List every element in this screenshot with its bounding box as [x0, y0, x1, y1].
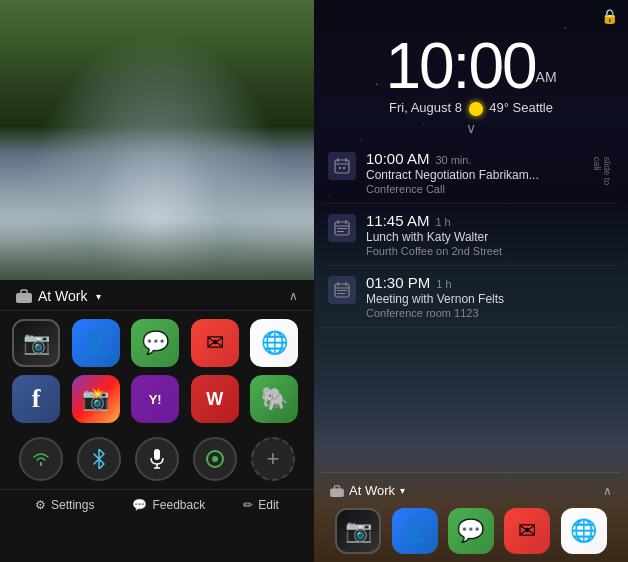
yahoo-app-icon[interactable]: Y!: [131, 375, 179, 423]
edit-icon: ✏: [243, 498, 253, 512]
chrome-app-icon[interactable]: 🌐: [250, 319, 298, 367]
temperature-text: 49°: [489, 100, 509, 115]
facebook-app-icon[interactable]: f: [12, 375, 60, 423]
event-item-3[interactable]: 01:30 PM 1 h Meeting with Vernon Felts C…: [322, 266, 620, 328]
evernote-app-icon[interactable]: 🐘: [250, 375, 298, 423]
wifi-toggle-button[interactable]: [19, 437, 63, 481]
event-time-row-2: 11:45 AM 1 h: [366, 212, 614, 229]
bluetooth-toggle-button[interactable]: [77, 437, 121, 481]
camera-app-icon[interactable]: 📷: [12, 319, 60, 367]
event-title-1: Contract Negotiation Fabrikam...: [366, 168, 614, 182]
svg-rect-10: [343, 167, 345, 169]
settings-button[interactable]: ⚙ Settings: [35, 498, 94, 512]
app-drawer: At Work ▾ ∧ 📷 👤 💬 ✉ 🌐 f 📸 Y! W 🐘: [0, 280, 314, 562]
svg-rect-1: [21, 290, 27, 294]
chevron-up-icon[interactable]: ∧: [289, 289, 298, 303]
svg-point-6: [212, 456, 218, 462]
lock-at-work-text: At Work: [349, 483, 395, 498]
event-item-1[interactable]: 10:00 AM 30 min. Contract Negotiation Fa…: [322, 142, 620, 204]
hangouts-app-icon[interactable]: 💬: [131, 319, 179, 367]
lock-chrome-icon[interactable]: 🌐: [561, 508, 607, 554]
lock-camera-icon[interactable]: 📷: [335, 508, 381, 554]
event-time-row-1: 10:00 AM 30 min.: [366, 150, 614, 167]
chevron-down-icon[interactable]: ∨: [314, 120, 628, 136]
event-calendar-icon-1: [328, 152, 356, 180]
feedback-label: Feedback: [152, 498, 205, 512]
svg-rect-22: [337, 293, 345, 294]
briefcase-icon: [16, 289, 32, 303]
at-work-label: At Work: [38, 288, 88, 304]
sun-icon: [469, 102, 483, 116]
gmail-app-icon[interactable]: ✉: [191, 319, 239, 367]
event-location-1: Conference Call: [366, 183, 614, 195]
event-duration-3: 1 h: [436, 278, 451, 290]
event-item-2[interactable]: 11:45 AM 1 h Lunch with Katy Walter Four…: [322, 204, 620, 266]
event-location-2: Fourth Coffee on 2nd Street: [366, 245, 614, 257]
am-label: AM: [536, 69, 557, 85]
lock-dropdown-arrow: ▾: [400, 485, 405, 496]
wallpaper-left: [0, 0, 314, 280]
microphone-button[interactable]: [135, 437, 179, 481]
quick-actions-bar: +: [0, 431, 314, 489]
lock-header: 🔒: [314, 0, 628, 24]
feedback-icon: 💬: [132, 498, 147, 512]
edit-label: Edit: [258, 498, 279, 512]
add-button[interactable]: +: [251, 437, 295, 481]
office-app-icon[interactable]: W: [191, 375, 239, 423]
event-time-3: 01:30 PM: [366, 274, 430, 291]
app-grid: 📷 👤 💬 ✉ 🌐 f 📸 Y! W 🐘: [0, 311, 314, 431]
event-duration-1: 30 min.: [435, 154, 471, 166]
svg-rect-21: [337, 290, 347, 291]
svg-rect-15: [337, 228, 347, 229]
svg-rect-7: [335, 160, 349, 173]
at-work-header: At Work ▾ ∧: [0, 280, 314, 311]
edit-button[interactable]: ✏ Edit: [243, 498, 279, 512]
city-text: Seattle: [513, 100, 553, 115]
date-text: Fri, August 8: [389, 100, 462, 115]
settings-icon: ⚙: [35, 498, 46, 512]
svg-rect-2: [154, 449, 160, 460]
settings-label: Settings: [51, 498, 94, 512]
lock-chevron-up-icon[interactable]: ∧: [603, 484, 612, 498]
lock-bottom: At Work ▾ ∧ 📷 👤 💬 ✉ 🌐: [314, 473, 628, 562]
lock-briefcase-icon: [330, 485, 344, 497]
svg-rect-16: [337, 231, 344, 232]
left-panel: At Work ▾ ∧ 📷 👤 💬 ✉ 🌐 f 📸 Y! W 🐘: [0, 0, 314, 562]
lock-app-row: 📷 👤 💬 ✉ 🌐: [324, 504, 618, 558]
time-big: 10:00AM: [314, 34, 628, 98]
date-line: Fri, August 8 49° Seattle: [314, 100, 628, 116]
event-calendar-icon-2: [328, 214, 356, 242]
time-display: 10:00AM: [314, 24, 628, 100]
clock-time: 10:00: [385, 30, 535, 102]
event-title-3: Meeting with Vernon Felts: [366, 292, 614, 306]
event-duration-2: 1 h: [435, 216, 450, 228]
event-details-3: 01:30 PM 1 h Meeting with Vernon Felts C…: [366, 274, 614, 319]
events-list: 10:00 AM 30 min. Contract Negotiation Fa…: [314, 142, 628, 472]
lock-at-work-header: At Work ▾ ∧: [324, 479, 618, 504]
lock-at-work-label[interactable]: At Work ▾: [330, 483, 405, 498]
event-details-2: 11:45 AM 1 h Lunch with Katy Walter Four…: [366, 212, 614, 257]
event-title-2: Lunch with Katy Walter: [366, 230, 614, 244]
event-calendar-icon-3: [328, 276, 356, 304]
lock-contacts-icon[interactable]: 👤: [392, 508, 438, 554]
right-panel: 🔒 10:00AM Fri, August 8 49° Seattle ∨: [314, 0, 628, 562]
slide-to-call-text: slide to call: [592, 157, 612, 188]
event-time-1: 10:00 AM: [366, 150, 429, 167]
event-time-2: 11:45 AM: [366, 212, 429, 229]
lock-hangouts-icon[interactable]: 💬: [448, 508, 494, 554]
at-work-left[interactable]: At Work ▾: [16, 288, 101, 304]
svg-rect-26: [334, 485, 339, 488]
shape-button[interactable]: [193, 437, 237, 481]
lock-icon: 🔒: [601, 8, 618, 24]
moss-overlay: [0, 220, 314, 280]
event-details-1: 10:00 AM 30 min. Contract Negotiation Fa…: [366, 150, 614, 195]
svg-rect-9: [339, 167, 341, 169]
dropdown-arrow-icon: ▾: [96, 291, 101, 302]
instagram-app-icon[interactable]: 📸: [72, 375, 120, 423]
lock-screen-content: 🔒 10:00AM Fri, August 8 49° Seattle ∨: [314, 0, 628, 562]
event-time-row-3: 01:30 PM 1 h: [366, 274, 614, 291]
bottom-bar: ⚙ Settings 💬 Feedback ✏ Edit: [0, 489, 314, 520]
contacts-app-icon[interactable]: 👤: [72, 319, 120, 367]
lock-gmail-icon[interactable]: ✉: [504, 508, 550, 554]
feedback-button[interactable]: 💬 Feedback: [132, 498, 205, 512]
